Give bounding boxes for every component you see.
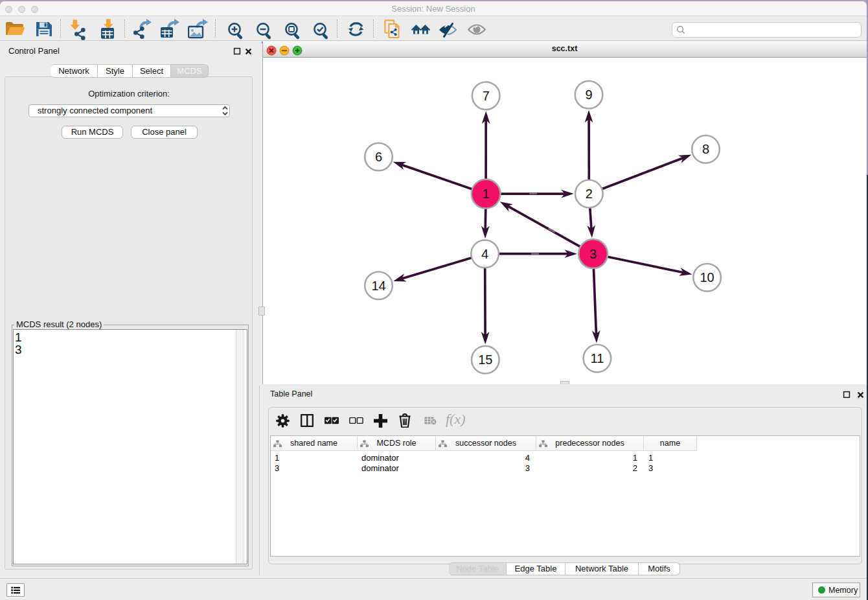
svg-text:10: 10 <box>700 270 714 284</box>
svg-text:2: 2 <box>586 187 593 201</box>
svg-text:15: 15 <box>478 352 492 367</box>
svg-text:3: 3 <box>589 247 597 261</box>
svg-text:4: 4 <box>481 247 488 261</box>
svg-text:9: 9 <box>585 87 592 102</box>
svg-text:14: 14 <box>371 279 385 293</box>
svg-text:7: 7 <box>483 89 490 103</box>
svg-text:1: 1 <box>483 187 490 201</box>
svg-text:11: 11 <box>591 351 604 365</box>
svg-text:6: 6 <box>375 150 382 164</box>
svg-text:8: 8 <box>702 142 709 156</box>
